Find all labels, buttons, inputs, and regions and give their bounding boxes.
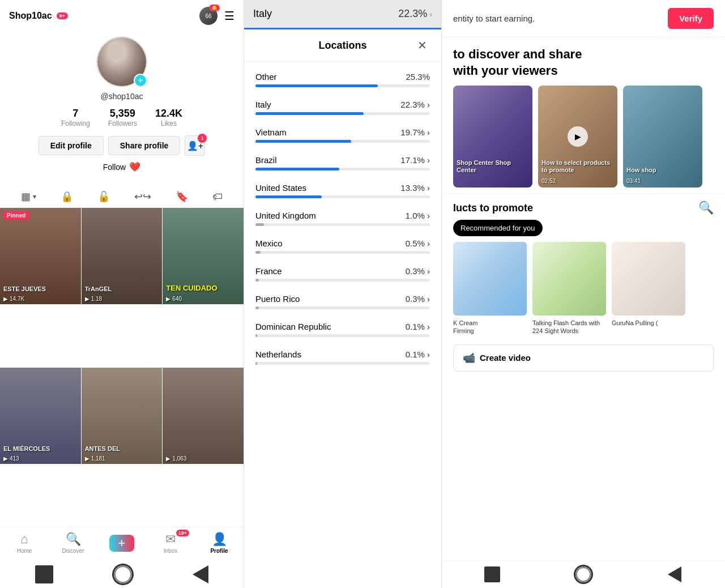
nav-home[interactable]: ⌂ Home xyxy=(10,532,39,554)
location-percentage: 1.0% › xyxy=(406,211,430,220)
home-label: Home xyxy=(17,548,32,554)
nav-create[interactable]: + xyxy=(108,535,136,552)
edit-profile-button[interactable]: Edit profile xyxy=(39,136,104,155)
tab-grid-dropdown: ▾ xyxy=(33,193,36,201)
play-button-icon[interactable]: ▶ xyxy=(568,126,588,147)
follow-row: Follow ❤️ xyxy=(103,161,140,172)
likes-label: Likes xyxy=(161,120,177,127)
tab-repost[interactable]: ↩↪ xyxy=(134,190,151,203)
close-button[interactable]: ✕ xyxy=(414,37,430,53)
location-item[interactable]: Brazil17.1% › xyxy=(244,150,441,177)
location-item[interactable]: United Kingdom1.0% › xyxy=(244,205,441,233)
triangle-icon xyxy=(668,566,681,582)
location-item[interactable]: Puerto Rico0.3% › xyxy=(244,288,441,316)
location-row: Dominican Republic0.1% › xyxy=(255,322,430,331)
location-bar-fill xyxy=(255,223,264,226)
play-icon-6: ▶ xyxy=(166,455,170,462)
shop-video-3[interactable]: How shop 03:41 xyxy=(623,86,702,188)
filter-recommended[interactable]: Recommended for you xyxy=(453,220,543,236)
location-percentage: 25.3% xyxy=(406,72,430,82)
unlock-icon: 🔓 xyxy=(97,190,110,203)
location-row: France0.3% › xyxy=(255,266,430,276)
notif-badge: 🔔 xyxy=(209,5,220,11)
action-buttons: Edit profile Share profile 👤+ 1 xyxy=(39,135,206,156)
location-bar-background xyxy=(255,168,430,171)
product-card-1[interactable]: K CreamFirming xyxy=(453,242,527,335)
location-bar-fill xyxy=(255,251,261,254)
right-back-button[interactable] xyxy=(666,565,684,583)
shop-video-2-title: How to select products to promote xyxy=(541,159,614,174)
discover-title: to discover and sharewith your viewers xyxy=(453,46,714,79)
avatar-plus-button[interactable]: + xyxy=(134,74,147,87)
location-item[interactable]: Mexico0.5% › xyxy=(244,233,441,261)
circle-icon xyxy=(575,566,591,582)
location-item[interactable]: United States13.3% › xyxy=(244,177,441,205)
nav-discover[interactable]: 🔍 Discover xyxy=(59,532,87,554)
location-item[interactable]: Dominican Republic0.1% › xyxy=(244,316,441,344)
notification-avatar[interactable]: 66 🔔 xyxy=(199,7,218,25)
profile-section: + @shop10ac 7 Following 5,359 Followers … xyxy=(0,32,244,186)
italy-country-name: Italy xyxy=(253,8,272,20)
video-text-1: ESTE JUEVES xyxy=(3,286,78,293)
video-views-3: ▶ 640 xyxy=(166,296,182,302)
chevron-right-icon: › xyxy=(429,10,432,19)
products-title: lucts to promote xyxy=(453,202,533,214)
tab-grid[interactable]: ▦ ▾ xyxy=(21,190,36,203)
products-row: K CreamFirming Talking Flash Cards with … xyxy=(453,242,714,335)
followers-label: Followers xyxy=(108,120,137,127)
likes-count: 12.4K xyxy=(155,108,182,120)
tab-bookmark[interactable]: 🔖 xyxy=(176,190,188,203)
right-circle-button[interactable] xyxy=(574,565,592,583)
system-circle-button[interactable] xyxy=(114,565,132,583)
create-video-banner[interactable]: 📹 Create video xyxy=(453,344,714,372)
video-cell-1[interactable]: Pinned ESTE JUEVES ▶ 14.7K xyxy=(0,208,81,304)
add-user-button[interactable]: 👤+ 1 xyxy=(185,135,205,156)
location-bar-fill xyxy=(255,140,351,143)
tab-lock[interactable]: 🔒 xyxy=(61,190,73,203)
italy-header[interactable]: Italy 22.3% › xyxy=(244,0,441,29)
video-cell-2[interactable]: TrAnGEL ▶ 1.18 xyxy=(82,208,163,304)
location-row: Mexico0.5% › xyxy=(255,238,430,248)
add-user-badge: 1 xyxy=(198,134,207,143)
location-item[interactable]: Italy22.3% › xyxy=(244,94,441,122)
location-item: Other25.3% xyxy=(244,66,441,94)
location-item[interactable]: France0.3% › xyxy=(244,261,441,288)
right-square-button[interactable] xyxy=(483,565,501,583)
tab-tag[interactable]: 🏷 xyxy=(212,190,223,203)
create-video-text: Create video xyxy=(480,353,531,363)
video-text-3: TEN CUIDADO xyxy=(166,284,240,293)
username-label: Shop10ac xyxy=(9,11,52,21)
location-item[interactable]: Netherlands0.1% › xyxy=(244,344,441,372)
locations-list: Other25.3%Italy22.3% ›Vietnam19.7% ›Braz… xyxy=(244,62,441,588)
profile-handle: @shop10ac xyxy=(101,92,143,101)
product-card-3[interactable]: GuruNa Pulling ( xyxy=(612,242,685,335)
system-back-button[interactable] xyxy=(193,565,208,583)
location-row: Italy22.3% › xyxy=(255,100,430,109)
nav-inbox[interactable]: ✉ 19+ Inbox xyxy=(156,532,185,554)
shop-video-3-duration: 03:41 xyxy=(626,178,641,184)
nav-profile[interactable]: 👤 Profile xyxy=(205,532,233,554)
location-bar-background xyxy=(255,279,430,282)
play-icon-2: ▶ xyxy=(85,296,89,302)
video-cell-6[interactable]: ▶ 1,063 xyxy=(163,368,244,464)
hamburger-icon[interactable]: ☰ xyxy=(224,9,234,23)
search-icon[interactable]: 🔍 xyxy=(698,201,714,215)
tab-unlock[interactable]: 🔓 xyxy=(97,190,110,203)
location-name: Puerto Rico xyxy=(255,294,300,304)
location-item[interactable]: Vietnam19.7% › xyxy=(244,122,441,150)
system-square-button[interactable] xyxy=(35,565,53,583)
location-bar-fill xyxy=(255,362,257,365)
shop-video-1[interactable]: Shop Center Shop Center xyxy=(453,86,532,188)
square-icon xyxy=(484,566,500,582)
location-bar-fill xyxy=(255,84,378,87)
share-profile-button[interactable]: Share profile xyxy=(108,136,181,155)
location-row: Vietnam19.7% › xyxy=(255,127,430,137)
verify-button[interactable]: Verify xyxy=(668,8,714,29)
video-views-6: ▶ 1,063 xyxy=(166,455,186,462)
video-cell-4[interactable]: EL MIÉRCOLES ▶ 413 xyxy=(0,368,81,464)
video-cell-3[interactable]: TEN CUIDADO ▶ 640 xyxy=(163,208,244,304)
product-card-2[interactable]: Talking Flash Cards with 224 Sight Words xyxy=(532,242,606,335)
shop-video-2[interactable]: ▶ How to select products to promote 02:5… xyxy=(538,86,617,188)
video-cell-5[interactable]: ANTES DEL ▶ 1,181 xyxy=(82,368,163,464)
location-row: United Kingdom1.0% › xyxy=(255,211,430,220)
